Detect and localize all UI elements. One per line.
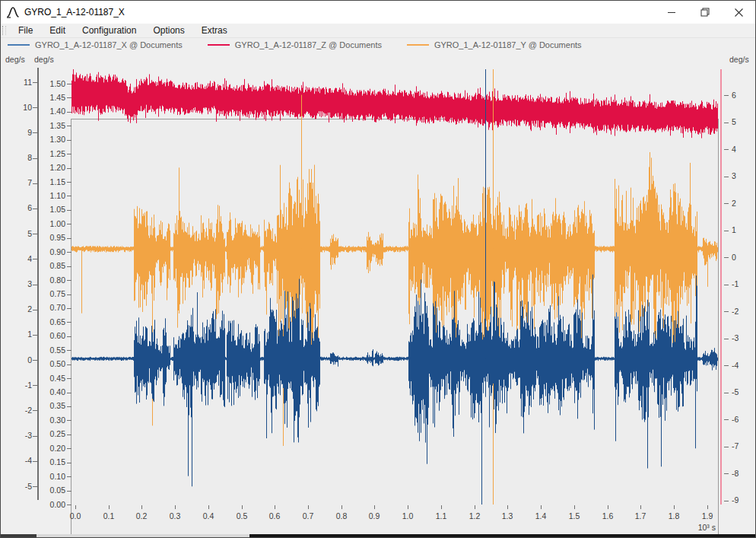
- tick-mark: [67, 505, 71, 505]
- tick-mark: [33, 410, 37, 411]
- restore-icon: [700, 8, 710, 17]
- legend-item[interactable]: GYRO_1_A-12-01187_Z @ Documents: [201, 40, 382, 49]
- scrollbar-thumb[interactable]: [37, 534, 249, 538]
- tick-label: 0.90: [42, 247, 65, 256]
- tick-mark: [608, 505, 608, 509]
- tick-mark: [33, 183, 37, 184]
- tick-mark: [33, 436, 37, 437]
- tick-mark: [67, 491, 71, 492]
- tick-label: -2: [732, 307, 751, 316]
- tick-label: 4: [11, 254, 32, 263]
- tick-mark: [33, 107, 37, 108]
- app-icon: [6, 5, 20, 19]
- tick-mark: [33, 310, 37, 310]
- tick-label: 0.8: [329, 511, 354, 520]
- tick-label: -9: [732, 495, 751, 505]
- horizontal-scrollbar[interactable]: [1, 534, 756, 538]
- tick-label: 1.25: [42, 149, 65, 158]
- window-buttons: [655, 1, 755, 24]
- tick-mark: [374, 505, 375, 509]
- menu-item-file[interactable]: File: [10, 24, 41, 37]
- tick-mark: [275, 505, 275, 509]
- tick-mark: [67, 406, 71, 407]
- tick-mark: [341, 505, 342, 509]
- tick-mark: [724, 393, 729, 393]
- menu-bar: FileEditConfigurationOptionsExtras: [1, 24, 755, 37]
- legend-line-swatch: [208, 44, 230, 46]
- tick-label: 7: [11, 178, 32, 187]
- right-axis-line: [720, 69, 722, 505]
- scrollbar-track: [249, 534, 756, 538]
- tick-label: 0.0: [62, 511, 88, 520]
- close-button[interactable]: [722, 1, 755, 24]
- tick-label: 1.3: [494, 511, 520, 520]
- legend-line-swatch: [407, 44, 429, 46]
- tick-label: 0.60: [42, 331, 65, 340]
- tick-mark: [574, 505, 575, 509]
- menu-item-configuration[interactable]: Configuration: [74, 24, 145, 37]
- menu-item-options[interactable]: Options: [145, 24, 192, 37]
- tick-label: -3: [11, 431, 32, 440]
- tick-label: 1.9: [694, 511, 720, 520]
- tick-mark: [67, 168, 71, 169]
- toolbar-grip-icon[interactable]: [2, 26, 6, 35]
- tick-mark: [33, 486, 37, 487]
- tick-label: 1.00: [42, 219, 65, 228]
- tick-label: 1: [11, 329, 32, 339]
- tick-mark: [33, 285, 37, 285]
- tick-mark: [67, 448, 71, 449]
- minimize-button[interactable]: [655, 1, 688, 24]
- tick-label: 2: [11, 304, 32, 314]
- axis-unit-right: deg/s: [729, 55, 749, 64]
- tick-label: 0.35: [42, 401, 65, 410]
- tick-mark: [33, 335, 37, 336]
- tick-label: 1.5: [561, 511, 587, 520]
- legend-line-swatch: [8, 44, 30, 46]
- tick-label: 1.2: [462, 511, 488, 520]
- tick-mark: [67, 420, 71, 421]
- legend-label: GYRO_1_A-12-01187_Y @ Documents: [434, 40, 582, 49]
- tick-mark: [724, 95, 729, 96]
- tick-label: 3: [11, 279, 32, 288]
- legend-label: GYRO_1_A-12-01187_X @ Documents: [35, 40, 183, 49]
- tick-mark: [141, 505, 142, 509]
- legend-label: GYRO_1_A-12-01187_Z @ Documents: [235, 40, 382, 49]
- tick-label: 0.30: [42, 415, 65, 425]
- tick-label: -2: [11, 406, 32, 415]
- tick-mark: [67, 196, 71, 196]
- tick-mark: [724, 501, 729, 501]
- menu-item-edit[interactable]: Edit: [41, 24, 74, 37]
- tick-mark: [724, 231, 729, 231]
- tick-mark: [724, 203, 729, 204]
- outer-left-axis-line: [37, 68, 39, 500]
- legend-item[interactable]: GYRO_1_A-12-01187_Y @ Documents: [400, 40, 582, 49]
- tick-label: 0.3: [162, 511, 188, 520]
- tick-label: 0.9: [361, 511, 387, 520]
- tick-label: 0.70: [42, 303, 65, 312]
- tick-mark: [674, 505, 675, 509]
- tick-label: 11: [11, 78, 32, 87]
- tick-mark: [67, 182, 71, 183]
- tick-label: 1.15: [42, 177, 65, 186]
- tick-label: 0.4: [195, 511, 221, 520]
- tick-label: 0.00: [42, 500, 65, 509]
- tick-label: 0.45: [42, 374, 65, 383]
- legend-item[interactable]: GYRO_1_A-12-01187_X @ Documents: [1, 40, 183, 49]
- tick-label: 6: [11, 203, 32, 212]
- tick-mark: [67, 476, 71, 477]
- menu-item-extras[interactable]: Extras: [193, 24, 236, 37]
- tick-label: 9: [11, 128, 32, 137]
- tick-label: 1.7: [627, 511, 653, 520]
- tick-label: 5: [732, 117, 751, 126]
- signal-plot-canvas[interactable]: [71, 69, 718, 505]
- tick-mark: [67, 294, 71, 295]
- restore-button[interactable]: [688, 1, 722, 24]
- tick-label: 2: [732, 199, 751, 208]
- tick-label: 0.2: [129, 511, 154, 520]
- tick-label: 1.10: [42, 191, 65, 200]
- tick-mark: [67, 97, 71, 98]
- tick-label: 0.55: [42, 345, 65, 355]
- tick-label: -3: [732, 333, 751, 342]
- tick-mark: [33, 82, 37, 83]
- tick-label: 1: [732, 225, 751, 234]
